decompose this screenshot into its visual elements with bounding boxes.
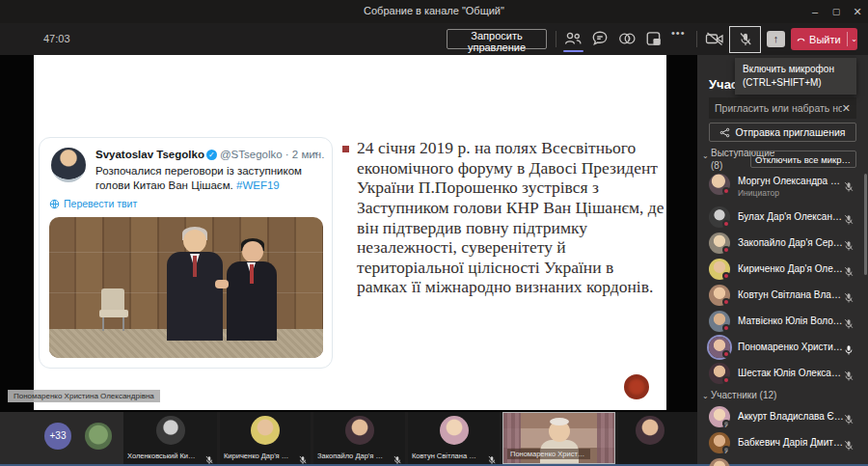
- tweet-handle: @STsegolko · 2 мин.: [220, 149, 324, 160]
- mic-off-icon: [738, 32, 753, 47]
- globe-icon: [49, 199, 60, 209]
- clear-input-icon[interactable]: ✕: [842, 102, 851, 115]
- video-tile[interactable]: Кириченко Дар'я Ол...: [220, 412, 311, 464]
- speakers-collapse-chevron-icon[interactable]: ⌄: [702, 151, 709, 160]
- participant-row-partial[interactable]: [697, 456, 868, 466]
- participant-role: Инициатор: [738, 188, 779, 198]
- participant-row-speaking[interactable]: Пономаренко Христина Ол...: [697, 335, 868, 361]
- leave-button[interactable]: Выйти ⌄: [791, 28, 857, 50]
- participant-row[interactable]: ✓ Бабкевич Дарія Дмитрівна: [697, 430, 868, 456]
- title-bar: Собрание в канале "Общий" – ▢ ✕: [0, 0, 868, 23]
- hangup-icon: [797, 36, 805, 43]
- meeting-timer: 47:03: [43, 33, 70, 44]
- tile-avatar: [251, 416, 280, 445]
- participant-row[interactable]: Булах Дар'я Олександрівна: [697, 205, 868, 231]
- attendees-section-header[interactable]: ⌄ Участники (12): [697, 387, 868, 404]
- leave-options-chevron-icon[interactable]: ⌄: [851, 35, 857, 43]
- participant-row[interactable]: ✓ Аккурт Владислава Євгенівна: [697, 404, 868, 430]
- tweet-author-avatar: [51, 148, 86, 182]
- share-icon: [719, 127, 730, 138]
- video-tile-active[interactable]: Пономаренко Христина ...: [502, 412, 615, 464]
- tweet-photo: [49, 217, 323, 358]
- mic-off-icon[interactable]: [843, 438, 854, 450]
- close-button[interactable]: ✕: [847, 0, 868, 23]
- filmstrip-overflow-area: +33: [0, 412, 123, 464]
- participants-active-underline: [563, 50, 583, 52]
- filmstrip-avatar[interactable]: [85, 423, 112, 450]
- tile-avatar: [636, 416, 665, 445]
- photo-handshake: [215, 280, 229, 288]
- minimize-button[interactable]: –: [804, 0, 826, 23]
- participant-row[interactable]: Матвієнко Юлія Володимирі...: [697, 309, 868, 335]
- avatar: [709, 458, 730, 466]
- leave-button-label: Выйти: [809, 34, 841, 45]
- mic-tooltip: Включить микрофон (CTRL+SHIFT+M): [735, 58, 856, 95]
- participants-icon[interactable]: [563, 30, 583, 47]
- video-tile[interactable]: Ковтун Світлана Влад...: [408, 412, 500, 464]
- window-title: Собрание в канале "Общий": [0, 5, 868, 16]
- slide-bullet-paragraph: 24 січня 2019 р. на полях Всесвітнього е…: [342, 138, 666, 297]
- video-tile[interactable]: Холенковський Кири...: [123, 412, 217, 464]
- red-seal-logo: [624, 374, 649, 399]
- mic-off-icon[interactable]: [843, 369, 854, 380]
- mic-off-icon[interactable]: [843, 212, 854, 224]
- mic-toggle-button[interactable]: [729, 26, 761, 53]
- participant-row[interactable]: Шестак Юлія Олександрівна: [697, 361, 868, 387]
- photo-person-right: [225, 238, 279, 341]
- busy-status-dot: [722, 350, 730, 358]
- toolbar-divider: [556, 31, 556, 47]
- photo-chair: [99, 288, 128, 331]
- mic-off-icon[interactable]: [843, 290, 854, 302]
- mic-off-icon[interactable]: [843, 179, 854, 191]
- mic-on-icon[interactable]: [843, 343, 854, 354]
- send-invite-button[interactable]: Отправка приглашения: [709, 123, 856, 142]
- video-tile[interactable]: Закопайло Дар'я Сер...: [313, 412, 405, 464]
- tile-name: Закопайло Дар'я Сер...: [317, 452, 386, 460]
- participant-row[interactable]: Ковтун Світлана Владиленівна: [697, 283, 868, 309]
- busy-status-dot: [722, 376, 730, 384]
- video-tile[interactable]: [618, 412, 697, 464]
- mute-all-button[interactable]: Отключить все микрофо...: [750, 151, 856, 168]
- mic-off-icon: [298, 452, 308, 461]
- slide-text: 24 січня 2019 р. на полях Всесвітнього е…: [357, 138, 666, 297]
- busy-status-dot: [722, 324, 730, 332]
- tile-name: Холенковський Кири...: [127, 452, 198, 460]
- tile-avatar: [156, 416, 185, 445]
- teams-meeting-window: Собрание в канале "Общий" – ▢ ✕ 47:03 За…: [0, 0, 868, 466]
- mic-off-icon[interactable]: [843, 238, 854, 250]
- participant-row[interactable]: Кириченко Дар'я Олександр...: [697, 257, 868, 283]
- camera-off-icon[interactable]: [705, 30, 724, 47]
- mic-off-icon[interactable]: [843, 264, 854, 276]
- sidebar-scrollbar[interactable]: [864, 174, 867, 275]
- busy-status-dot: [722, 220, 730, 228]
- participant-filmstrip: +33 Холенковський Кири... Кириченко Дар'…: [0, 412, 697, 464]
- tile-name: Кириченко Дар'я Ол...: [224, 452, 292, 460]
- check-status-badge: ✓: [722, 420, 730, 427]
- participants-panel: Участники ··· ✕ Пригласить или набрать н…: [697, 55, 868, 464]
- mic-off-icon: [487, 452, 497, 461]
- mic-off-icon[interactable]: [843, 316, 854, 328]
- reactions-icon[interactable]: [617, 30, 637, 47]
- tile-avatar: [345, 416, 374, 445]
- maximize-button[interactable]: ▢: [826, 0, 847, 23]
- check-status-badge: ✓: [722, 446, 730, 453]
- busy-status-dot: [722, 187, 730, 195]
- toolbar-divider: [696, 31, 697, 47]
- tweet-hashtag: #WEF19: [236, 179, 280, 191]
- mic-off-icon: [204, 452, 214, 461]
- tile-avatar: [440, 416, 469, 445]
- chat-icon[interactable]: [590, 30, 610, 47]
- request-control-button[interactable]: Запросить управление: [447, 29, 547, 49]
- attendees-section-label: Участники (12): [711, 390, 776, 402]
- breakout-rooms-icon[interactable]: [644, 30, 664, 47]
- hidden-participants-badge[interactable]: +33: [44, 423, 71, 450]
- more-actions-icon[interactable]: •••: [671, 27, 691, 44]
- attendees-collapse-chevron-icon[interactable]: ⌄: [702, 392, 709, 400]
- participant-row[interactable]: Закопайло Дар'я Сергіївна: [697, 231, 868, 257]
- share-screen-icon[interactable]: ↑: [767, 31, 785, 47]
- invite-input[interactable]: Пригласить или набрать номер ✕: [709, 97, 856, 119]
- mic-off-icon[interactable]: [843, 412, 854, 424]
- presenter-name-overlay: Пономаренко Христина Олександрівна: [8, 390, 160, 402]
- bullet-marker: [342, 146, 349, 152]
- participant-row[interactable]: Моргун Олександра Олекса... Инициатор: [697, 172, 868, 205]
